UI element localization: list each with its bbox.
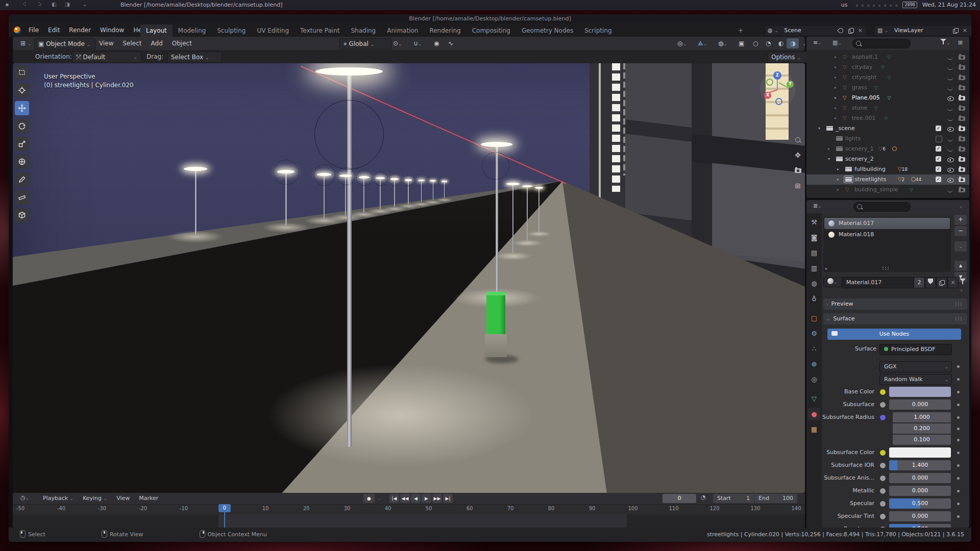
keyframe-dot[interactable] — [957, 464, 960, 467]
proportional-editing-icon[interactable]: ◉ — [430, 38, 443, 48]
eye-closed-icon[interactable] — [947, 67, 953, 70]
keyframe-dot[interactable] — [957, 477, 960, 480]
light-gizmo-circle[interactable] — [374, 171, 387, 185]
tool-transform[interactable] — [15, 155, 29, 169]
copy-icon[interactable] — [848, 28, 853, 33]
outliner-row-tree-001[interactable]: ▸▽tree.001▽ — [806, 113, 969, 123]
lamp-head[interactable] — [522, 185, 532, 187]
outliner-row-lights[interactable]: lights — [806, 134, 969, 144]
material-slot-material-018[interactable]: Material.018 — [824, 229, 950, 240]
expand-arrow-icon[interactable]: ▸ — [835, 62, 837, 72]
tool-box-select[interactable] — [15, 65, 29, 80]
camera-render-icon[interactable] — [959, 65, 965, 70]
tab-compositing[interactable]: Compositing — [467, 24, 516, 37]
current-frame-field[interactable]: 0 — [663, 494, 696, 503]
copy-icon[interactable] — [953, 28, 958, 33]
xray-toggle-icon[interactable]: ▣ — [735, 38, 748, 48]
tool-cursor[interactable] — [15, 83, 29, 97]
viewport-menu-add[interactable]: Add — [146, 37, 167, 50]
workspace-icon[interactable]: ⠵ — [37, 2, 43, 8]
corner-arrow-icon[interactable]: ▸ — [825, 266, 827, 271]
outliner-row-streetlights[interactable]: ▸streetlights▽244✓ — [806, 174, 969, 185]
keyframe-dot[interactable] — [957, 404, 960, 406]
camera-render-icon[interactable] — [959, 55, 965, 60]
vector-field[interactable]: 0.200 — [893, 423, 951, 434]
display-mode-dropdown[interactable]: ▥⌄ — [829, 38, 845, 48]
camera-render-icon[interactable] — [959, 157, 965, 162]
value-slider[interactable]: 0.000 — [889, 511, 951, 521]
object-tab[interactable]: ▢ — [808, 312, 820, 324]
outliner-row-cityday[interactable]: ▸▽cityday▽ — [806, 62, 969, 72]
expand-arrow-icon[interactable]: ▸ — [837, 185, 839, 195]
tool-scale[interactable] — [15, 137, 29, 151]
expand-arrow-icon[interactable]: ▾ — [818, 123, 820, 134]
tool-annotate[interactable] — [15, 172, 29, 187]
add-workspace-button[interactable]: + — [732, 24, 749, 37]
tab-layout[interactable]: Layout — [140, 24, 173, 37]
camera-render-icon[interactable] — [959, 106, 965, 111]
prev-frame-button[interactable]: ◀ — [411, 494, 421, 503]
camera-render-icon[interactable] — [959, 86, 965, 90]
light-gizmo-circle[interactable] — [274, 160, 299, 185]
mode-dropdown[interactable]: ▣ Object Mode ⌄ — [34, 38, 95, 49]
render-checkbox[interactable]: ✓ — [936, 126, 941, 131]
timeline-menu-marker[interactable]: Marker — [134, 493, 163, 504]
camera-render-icon[interactable] — [959, 167, 965, 172]
timeline-ruler[interactable]: -50-40-30-20-100102030405060708090100110… — [13, 504, 805, 515]
preview-panel-header[interactable]: ›Preview — [823, 298, 967, 310]
outliner-row-stone[interactable]: ▸▽stone▽ — [806, 103, 969, 113]
viewport-menu-select[interactable]: Select — [118, 37, 146, 50]
keying-set-dropdown[interactable]: ⌄ — [376, 494, 383, 503]
eye-open-icon[interactable] — [947, 127, 954, 132]
lamp-head[interactable] — [506, 183, 520, 185]
socket-dot-icon[interactable] — [879, 449, 886, 456]
eye-closed-icon[interactable] — [947, 87, 953, 90]
socket-dot-icon[interactable] — [879, 414, 886, 421]
tab-sculpting[interactable]: Sculpting — [211, 24, 251, 37]
expand-arrow-icon[interactable]: ▸ — [835, 103, 837, 113]
menu-file[interactable]: File — [24, 23, 43, 37]
add-slot-button[interactable]: + — [954, 214, 967, 226]
lamp-head[interactable] — [184, 167, 207, 171]
window-icon[interactable]: ◧ — [51, 2, 57, 8]
tool-move[interactable] — [15, 101, 29, 115]
properties-search-input[interactable] — [853, 202, 911, 212]
camera-render-icon[interactable] — [959, 116, 965, 121]
render-checkbox[interactable]: ✓ — [936, 146, 941, 152]
value-slider[interactable]: 0.000 — [889, 399, 951, 410]
gizmos-toggle-icon[interactable]: ⟁⌄ — [694, 38, 710, 48]
eye-open-icon[interactable] — [947, 158, 954, 162]
material-filter-icon[interactable]: ⌄ — [960, 279, 969, 292]
timeline-editor-icon[interactable]: ◷⌄ — [17, 493, 33, 503]
keyframe-dot[interactable] — [957, 378, 960, 381]
outliner-search-input[interactable] — [852, 39, 911, 48]
shading-rendered-icon[interactable]: ◑ — [787, 38, 799, 48]
menu-edit[interactable]: Edit — [43, 23, 64, 37]
camera-render-icon[interactable] — [959, 96, 965, 101]
use-preview-range-clock-icon[interactable]: ◔ — [701, 494, 706, 500]
unlink-close-icon[interactable]: × — [947, 277, 959, 288]
gizmo-y-axis[interactable]: Y — [787, 81, 794, 88]
tool-add-cube[interactable] — [15, 208, 29, 222]
value-slider[interactable]: 0.500 — [889, 524, 951, 528]
zoom-icon[interactable] — [793, 135, 803, 145]
gizmo-y-neg[interactable] — [766, 79, 773, 86]
world-tab[interactable]: ♁ — [808, 293, 820, 305]
shading-material-icon[interactable]: ◐ — [775, 38, 787, 48]
camera-render-icon[interactable] — [959, 147, 965, 152]
viewport-menu-object[interactable]: Object — [167, 37, 197, 50]
expand-arrow-icon[interactable]: ▸ — [837, 174, 839, 185]
timeline-track[interactable] — [13, 514, 805, 528]
expand-arrow-icon[interactable]: ▸ — [835, 52, 837, 62]
snap-magnet-icon[interactable]: ∪⌄ — [410, 38, 425, 48]
light-gizmo-circle[interactable] — [314, 100, 384, 169]
expand-arrow-icon[interactable]: ▸ — [835, 113, 837, 123]
slot-specials-dropdown[interactable]: ⌄ — [954, 241, 967, 252]
socket-dot-icon[interactable] — [879, 462, 886, 469]
camera-render-icon[interactable] — [959, 127, 965, 131]
material-slots-list[interactable]: Material.017Material.018 ▸ — [823, 217, 951, 272]
eye-closed-icon[interactable] — [947, 189, 953, 192]
color-swatch[interactable] — [889, 447, 951, 458]
render-checkbox[interactable] — [936, 136, 942, 142]
render-tab[interactable]: ◙ — [808, 232, 820, 244]
